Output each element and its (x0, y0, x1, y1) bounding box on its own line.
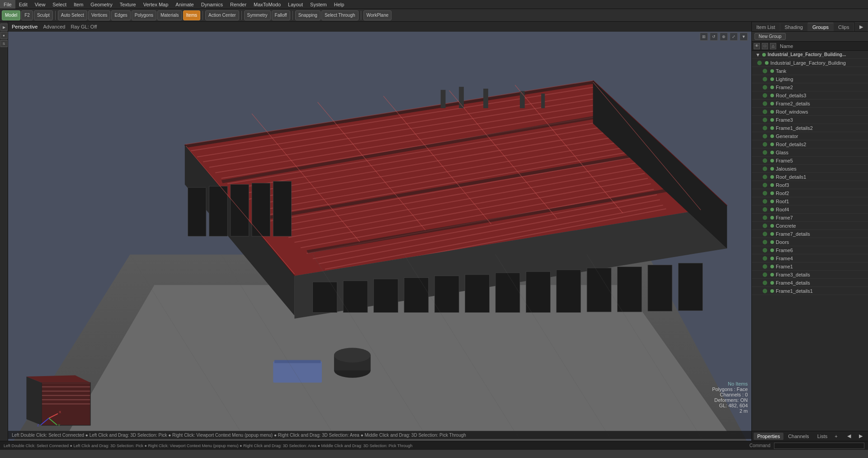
toolbar-items-btn[interactable]: Items (183, 10, 200, 20)
left-panel-btn-1[interactable]: ▶ (0, 24, 8, 31)
br-tab-channels[interactable]: Channels (784, 433, 812, 440)
vp-refresh-btn[interactable]: ↺ (710, 33, 718, 41)
tree-visibility-dot (757, 61, 762, 65)
toolbar-autoselect-btn[interactable]: Auto Select (58, 10, 87, 20)
toolbar-action-center-btn[interactable]: Action Center (205, 10, 239, 20)
tree-item[interactable]: Tank (752, 67, 868, 75)
tree-color-dot (770, 224, 774, 228)
menu-render[interactable]: Render (226, 0, 250, 9)
tree-item[interactable]: Frame3_details (752, 271, 868, 279)
menu-vertexmap[interactable]: Vertex Map (140, 0, 172, 9)
tree-item[interactable]: Generator (752, 132, 868, 140)
tree-item[interactable]: Frame2 (752, 83, 868, 91)
tree-visibility-dot (763, 289, 767, 293)
tree-item[interactable]: Roof_windows (752, 108, 868, 116)
tree-item[interactable]: Frame1_details2 (752, 124, 868, 132)
menu-geometry[interactable]: Geometry (87, 0, 116, 9)
command-input[interactable] (774, 443, 864, 449)
tree-item[interactable]: Jalousies (752, 165, 868, 173)
tree-item[interactable]: Roof1 (752, 197, 868, 205)
tree-item[interactable]: Frame7 (752, 214, 868, 222)
tree-visibility-dot (763, 93, 767, 98)
menu-texture[interactable]: Texture (116, 0, 140, 9)
tree-item[interactable]: Roof2 (752, 189, 868, 197)
tree-item[interactable]: Roof_details3 (752, 91, 868, 100)
tree-render-icon[interactable]: △ (770, 43, 776, 49)
tree-item[interactable]: Frame4 (752, 254, 868, 262)
tree-item[interactable]: Frame2_details (752, 100, 868, 108)
tree-item[interactable]: Concrete (752, 222, 868, 230)
svg-line-89 (49, 414, 58, 418)
tree-item[interactable]: Roof3 (752, 181, 868, 189)
tree-visibility-dot (763, 224, 767, 228)
toolbar-snapping-btn[interactable]: Snapping (295, 10, 321, 20)
tree-item[interactable]: Lighting (752, 75, 868, 83)
menu-file[interactable]: File (0, 0, 15, 9)
menu-view[interactable]: View (31, 0, 49, 9)
tab-groups[interactable]: Groups (808, 23, 834, 31)
br-tab-lists[interactable]: Lists (814, 433, 831, 440)
tree-item[interactable]: Doors (752, 238, 868, 246)
tree-item[interactable]: Roof_details1 (752, 173, 868, 181)
vp-maximize-btn[interactable]: ⤢ (730, 33, 738, 41)
menu-help[interactable]: Help (330, 0, 348, 9)
menu-edit[interactable]: Edit (15, 0, 31, 9)
menu-maxtomodo[interactable]: MaxToModo (250, 0, 284, 9)
menu-item[interactable]: Item (70, 0, 87, 9)
toolbar-vertices-btn[interactable]: Vertices (88, 10, 111, 20)
tree-item[interactable]: Frame4_details (752, 279, 868, 287)
br-tab-expand-r[interactable]: ▶ (855, 432, 866, 440)
toolbar-model-btn[interactable]: Model (2, 10, 20, 20)
left-panel-btn-2[interactable]: ● (0, 32, 8, 39)
vp-zoom-btn[interactable]: ⊕ (720, 33, 728, 41)
toolbar-workplane-btn[interactable]: WorkPlane (363, 10, 392, 20)
raygl-label[interactable]: Ray GL: Off (71, 24, 97, 29)
toolbar-sculpt-btn[interactable]: Sculpt (34, 10, 53, 20)
tree-lock-icon[interactable]: □ (762, 43, 768, 49)
toolbar-edges-btn[interactable]: Edges (111, 10, 130, 20)
tree-item[interactable]: Industrial_Large_Factory_Building (752, 59, 868, 67)
scene-tree[interactable]: Industrial_Large_Factory_BuildingTankLig… (752, 59, 868, 431)
tree-item[interactable]: Glass (752, 148, 868, 157)
new-group-button[interactable]: New Group (755, 33, 786, 40)
menu-dynamics[interactable]: Dynamics (198, 0, 226, 9)
menu-animate[interactable]: Animate (172, 0, 197, 9)
tree-visibility-dot (763, 248, 767, 253)
tree-item[interactable]: Roof_details2 (752, 140, 868, 148)
tree-item[interactable]: Frame3 (752, 116, 868, 124)
perspective-label[interactable]: Perspective (12, 24, 38, 29)
tab-shading[interactable]: Shading (780, 23, 808, 31)
tree-item[interactable]: Frame7_details (752, 230, 868, 238)
br-tab-add[interactable]: + (832, 433, 840, 440)
tree-item[interactable]: Frame1 (752, 262, 868, 271)
tab-expand[interactable]: ▶ (855, 22, 868, 31)
toolbar-select-through-btn[interactable]: Select Through (321, 10, 359, 20)
left-panel-btn-3[interactable]: S (0, 40, 8, 47)
viewport[interactable]: Perspective Advanced Ray GL: Off ⊞ ↺ ⊕ ⤢… (8, 22, 751, 441)
scene-3d[interactable] (8, 32, 751, 441)
toolbar-falloff-btn[interactable]: Falloff (272, 10, 290, 20)
tree-item[interactable]: Frame5 (752, 157, 868, 165)
tree-item[interactable]: Frame6 (752, 246, 868, 254)
tree-eye-icon[interactable]: 👁 (754, 43, 760, 49)
tree-root-item[interactable]: ▼ Industrial_Large_Factory_Building... (752, 51, 868, 59)
menu-select[interactable]: Select (49, 0, 70, 9)
toolbar-f2-btn[interactable]: F2 (21, 10, 33, 20)
vp-home-btn[interactable]: ⊞ (700, 33, 708, 41)
vp-settings-btn[interactable]: ▼ (740, 33, 748, 41)
menu-system[interactable]: System (307, 0, 330, 9)
viewport-status: No Items Polygons : Face Channels : 0 De… (712, 381, 748, 414)
tree-item-label: Roof_details2 (776, 142, 806, 147)
menu-layout[interactable]: Layout (284, 0, 307, 9)
tree-item-label: Frame1 (776, 264, 793, 269)
br-tab-expand-l[interactable]: ◀ (844, 432, 854, 440)
tab-item-list[interactable]: Item List (752, 23, 780, 31)
tab-clips[interactable]: Clips (834, 23, 854, 31)
toolbar-polygons-btn[interactable]: Polygons (132, 10, 156, 20)
tree-item[interactable]: Frame1_details1 (752, 287, 868, 295)
toolbar-symmetry-btn[interactable]: Symmetry (244, 10, 271, 20)
toolbar-materials-btn[interactable]: Materials (157, 10, 182, 20)
br-tab-properties[interactable]: Properties (754, 433, 783, 440)
tree-item[interactable]: Roof4 (752, 205, 868, 214)
advanced-label[interactable]: Advanced (43, 24, 65, 29)
